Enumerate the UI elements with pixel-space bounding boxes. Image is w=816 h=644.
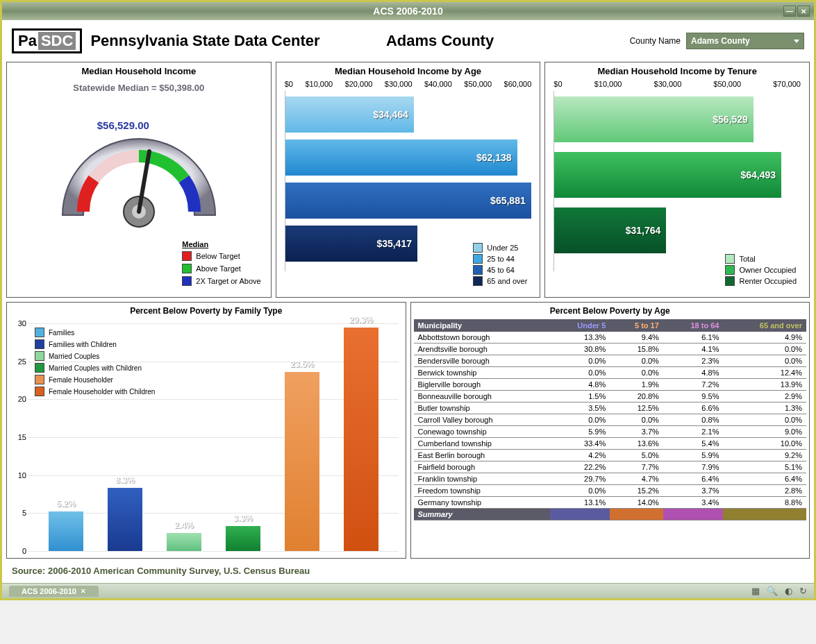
window-title: ACS 2006-2010 [373,6,442,17]
poverty-family-panel: Percent Below Poverty by Family Type 051… [6,302,406,559]
poverty-age-title: Percent Below Poverty by Age [411,303,810,319]
county-dropdown-value: Adams County [691,36,750,46]
hbar-age-legend: Under 2525 to 4445 to 6465 and over [470,240,530,290]
top-panels: Median Household Income Statewide Median… [2,62,814,298]
hbar-tenure-chart: $56,529$64,493$31,764 [553,91,801,271]
county-select-label: County Name [630,36,681,46]
county-dropdown[interactable]: Adams County [686,33,804,49]
hbar-bar: $56,529 [554,96,753,142]
legend-item: 2X Target or Above [182,276,260,286]
table-row: Conewago township5.9%3.7%2.1%9.0% [414,426,807,438]
gauge-title: Median Household Income [7,62,271,80]
legend-item: Under 25 [473,243,527,253]
hbar-tenure-axis: $0$10,000$30,000$50,000$70,000 [545,80,809,91]
poverty-table-scroll[interactable]: MunicipalityUnder 55 to 1718 to 6465 and… [414,319,807,552]
table-row: Carroll Valley borough0.0%0.0%0.8%0.0% [414,414,807,426]
table-row: Butler township3.5%12.5%6.6%1.3% [414,402,807,414]
table-row: Arendtsville borough30.8%15.8%4.1%0.0% [414,344,807,355]
table-header: 65 and over [723,319,806,332]
vbar-yaxis: 051015202530 [11,323,26,551]
tab-acs[interactable]: ACS 2006-2010 ✕ [9,586,99,597]
vbar-bar: 29.3% [344,328,378,551]
vbar-bar: 5.2% [49,511,83,551]
summary-row: Summary [414,509,807,520]
close-icon[interactable]: ✕ [81,588,86,595]
app-window: ACS 2006-2010 — ✕ PaSDC Pennsylvania Sta… [0,0,816,600]
legend-item: Married Couples with Children [35,363,155,373]
hbar-bar: $31,764 [554,207,666,253]
legend-item: Owner Occupied [725,265,797,275]
table-header: Municipality [414,319,550,332]
gauge-panel: Median Household Income Statewide Median… [6,62,272,298]
table-row: Freedom township0.0%15.2%3.7%2.8% [414,485,807,497]
income-by-age-panel: Median Household Income by Age $0$10,000… [276,62,541,298]
gauge-statewide-label: Statewide Median = $50,398.00 [7,83,271,93]
vbar-bar: 23.5% [285,372,319,552]
gauge-value-label: $56,529.00 [97,119,149,131]
close-button[interactable]: ✕ [797,6,810,17]
hbar-bar: $62,138 [285,139,517,176]
gauge-icon [42,97,236,236]
refresh-icon[interactable]: ↻ [799,586,807,596]
legend-item: Total [725,254,797,264]
hbar-bar: $64,493 [554,152,781,198]
table-row: Fairfield borough22.2%7.7%7.9%5.1% [414,461,807,473]
hbar-bar: $65,881 [285,183,531,219]
table-row: Bendersville borough0.0%0.0%2.3%0.0% [414,355,807,367]
legend-item: Above Target [182,264,260,273]
income-by-tenure-title: Median Household Income by Tenure [545,62,809,80]
hbar-tenure-legend: TotalOwner OccupiedRenter Occupied [722,251,799,290]
gauge-legend: Median Below TargetAbove Target2X Target… [182,240,260,289]
minimize-button[interactable]: — [783,6,796,17]
legend-item: Families with Children [35,339,155,349]
vbar-bar: 8.3% [108,488,142,551]
legend-item: Renter Occupied [725,276,797,286]
logo-icon: PaSDC [12,28,82,53]
bottombar-icons: ▦ 🔍 ◐ ↻ [751,586,807,596]
income-by-age-title: Median Household Income by Age [276,62,540,80]
legend-item: Below Target [182,251,260,261]
chart-icon[interactable]: ◐ [785,586,792,596]
hbar-bar: $34,464 [285,96,414,133]
hbar-bar: $35,417 [285,226,417,262]
hbar-age-axis: $0$10,000$20,000$30,000$40,000$50,000$60… [276,80,540,91]
poverty-age-panel: Percent Below Poverty by Age Municipalit… [410,302,810,559]
vbar-bar: 3.3% [226,526,260,551]
search-icon[interactable]: 🔍 [767,586,778,596]
table-row: East Berlin borough4.2%5.0%5.9%9.2% [414,450,807,461]
table-row: Berwick township0.0%0.0%4.8%12.4% [414,367,807,379]
table-row: Bonneauville borough1.5%20.8%9.5%2.9% [414,391,807,402]
poverty-table: MunicipalityUnder 55 to 1718 to 6465 and… [414,319,807,520]
legend-item: 25 to 44 [473,254,527,264]
grid-icon[interactable]: ▦ [751,586,760,596]
chevron-down-icon [794,40,799,43]
income-by-tenure-panel: Median Household Income by Tenure $0$10,… [544,62,810,298]
window-controls: — ✕ [783,6,810,17]
table-header-row: MunicipalityUnder 55 to 1718 to 6465 and… [414,319,807,332]
table-header: 5 to 17 [610,319,663,332]
legend-item: 65 and over [473,276,527,286]
titlebar: ACS 2006-2010 — ✕ [2,2,814,20]
page-title: Adams County [251,32,630,50]
tab-label: ACS 2006-2010 [22,587,76,595]
legend-item: 45 to 64 [473,265,527,275]
table-header: 18 to 64 [663,319,724,332]
bottom-panels: Percent Below Poverty by Family Type 051… [2,298,814,559]
vbar-bar: 2.4% [167,533,201,551]
source-text: Source: 2006-2010 American Community Sur… [2,559,814,583]
table-row: Franklin township29.7%4.7%6.4%6.4% [414,473,807,485]
table-row: Cumberland township33.4%13.6%5.4%10.0% [414,438,807,450]
table-header: Under 5 [550,319,610,332]
legend-item: Families [35,328,155,337]
legend-item: Female Householder [35,375,155,384]
header: PaSDC Pennsylvania State Data Center Ada… [2,20,814,62]
legend-item: Female Householder with Children [35,387,155,396]
county-select-wrap: County Name Adams County [630,33,804,49]
legend-item: Married Couples [35,351,155,361]
table-row: Biglerville borough4.8%1.9%7.2%13.9% [414,379,807,391]
vbar-legend: FamiliesFamilies with ChildrenMarried Co… [35,328,155,398]
table-row: Abbottstown borough13.3%9.4%6.1%4.9% [414,332,807,344]
gauge-legend-title: Median [182,240,260,248]
table-row: Germany township13.1%14.0%3.4%8.8% [414,497,807,509]
bottombar: ACS 2006-2010 ✕ ▦ 🔍 ◐ ↻ [2,583,814,598]
